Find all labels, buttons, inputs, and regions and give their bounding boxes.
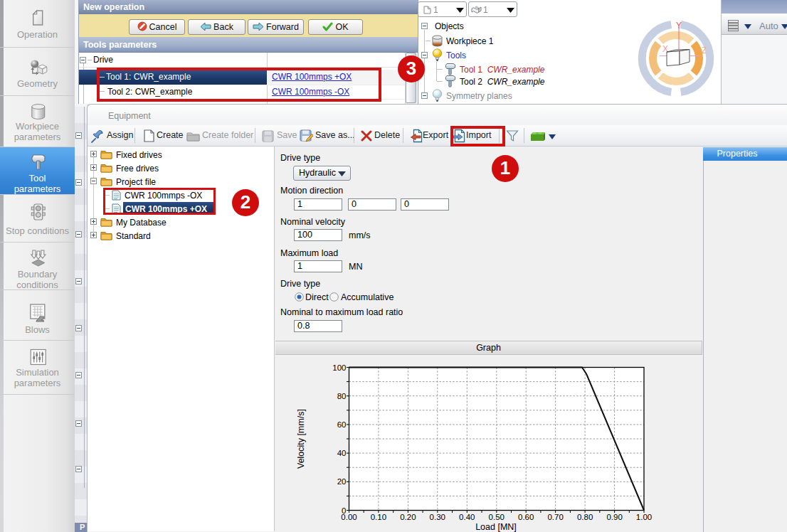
svg-text:0.70: 0.70 — [547, 513, 563, 521]
svg-text:0.10: 0.10 — [371, 513, 386, 521]
svg-text:Z: Z — [702, 46, 707, 55]
svg-text:0.40: 0.40 — [459, 513, 475, 521]
svg-text:0.50: 0.50 — [489, 513, 505, 521]
svg-text:0.60: 0.60 — [518, 513, 534, 521]
svg-text:80: 80 — [337, 392, 347, 400]
svg-text:0.80: 0.80 — [577, 513, 593, 521]
svg-text:0.20: 0.20 — [400, 513, 416, 521]
svg-text:Load [MN]: Load [MN] — [475, 522, 517, 532]
svg-text:60: 60 — [337, 420, 347, 429]
svg-text:1.00: 1.00 — [636, 513, 652, 521]
svg-text:40: 40 — [337, 449, 347, 457]
svg-text:Y: Y — [676, 21, 682, 31]
svg-text:0.90: 0.90 — [606, 513, 622, 521]
svg-text:Velocity [mm/s]: Velocity [mm/s] — [296, 409, 306, 469]
svg-text:0.30: 0.30 — [430, 513, 445, 521]
svg-text:0: 0 — [342, 506, 346, 515]
svg-text:20: 20 — [337, 477, 347, 486]
svg-text:100: 100 — [332, 363, 346, 372]
